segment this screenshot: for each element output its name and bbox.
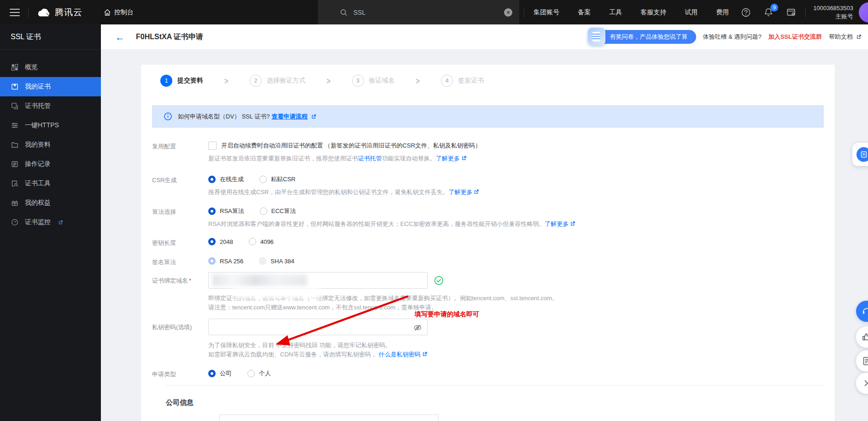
sidebar-item-cert-hosting[interactable]: 证书托管 xyxy=(0,96,101,116)
nav-support[interactable]: 客服支持 xyxy=(640,8,666,17)
step-number: 3 xyxy=(352,75,364,87)
field-label: 密钥长度 xyxy=(152,238,208,247)
radio-selected-icon[interactable] xyxy=(208,208,216,215)
sidebar-item-overview[interactable]: 概览 xyxy=(0,58,101,77)
helper-text: 功能实现自动替换。 xyxy=(382,155,436,162)
cert-hosting-link[interactable]: 证书托管 xyxy=(358,155,382,162)
divider xyxy=(805,7,806,18)
password-input[interactable] xyxy=(208,319,428,335)
search-clear-icon[interactable]: ✕ xyxy=(504,8,512,17)
collapse-panel-button[interactable] xyxy=(856,373,868,394)
validation-success-icon xyxy=(434,276,444,285)
divider xyxy=(28,7,29,18)
help-doc-link[interactable]: 帮助文档 xyxy=(829,33,862,41)
banner-view-process-link[interactable]: 查看申请流程 xyxy=(272,113,317,121)
sidebar-item-my-certificates[interactable]: 我的证书 xyxy=(0,77,101,96)
radio-icon[interactable] xyxy=(260,208,267,215)
learn-more-link[interactable]: 了解更多 xyxy=(545,220,569,227)
sidebar-item-my-benefits[interactable]: 我的权益 xyxy=(0,193,101,213)
radio-selected-icon[interactable] xyxy=(208,176,216,183)
option-label: 粘贴CSR xyxy=(271,175,295,184)
algo-rsa-option[interactable]: RSA算法 xyxy=(208,207,244,215)
company-field-input-field[interactable] xyxy=(220,415,438,421)
option-label: 在线生成 xyxy=(220,175,244,184)
console-link[interactable]: 控制台 xyxy=(104,8,134,17)
console-settings-icon[interactable] xyxy=(786,7,796,18)
join-group-link[interactable]: 加入SSL证书交流群 xyxy=(768,33,822,41)
helper-text: RSA对浏览器和客户端的兼容性更好，但对网站服务器的性能开销更大；ECC加密效率… xyxy=(208,220,545,227)
nav-group-account[interactable]: 集团账号 xyxy=(534,8,559,17)
sidebar-item-operation-log[interactable]: 操作记录 xyxy=(0,154,101,174)
company-field-input[interactable] xyxy=(219,415,439,421)
topbar: 腾讯云 控制台 SSL ✕ 集团账号 备案 工具 客服支持 试 xyxy=(0,0,868,24)
step-label: 签发证书 xyxy=(458,77,484,85)
overview-grid-icon xyxy=(11,64,18,71)
radio-icon[interactable] xyxy=(247,370,255,377)
csr-online-option[interactable]: 在线生成 xyxy=(208,175,244,184)
algorithm-row: 算法选择 RSA算法 ECC算法 RSA对浏览器和客户端的兼容性更好，但对网站服… xyxy=(152,207,824,229)
reuse-config-row: 复用配置 开启自动续费时自动沿用旧证书的配置 （新签发的证书沿用旧证书的CSR文… xyxy=(152,142,824,163)
topbar-nav: 集团账号 备案 工具 客服支持 试用 费用 xyxy=(534,8,729,17)
topbar-left: 腾讯云 控制台 xyxy=(0,0,134,24)
sidebar-item-my-profile[interactable]: 我的资料 xyxy=(0,135,101,154)
learn-more-link[interactable]: 了解更多 xyxy=(436,155,460,162)
helper-text: 推荐使用在线生成CSR，由平台生成和管理您的私钥和公钥证书文件，避免私钥文件丢失… xyxy=(208,189,448,196)
algo-helper: RSA对浏览器和客户端的兼容性更好，但对网站服务器的性能开销更大；ECC加密效率… xyxy=(208,219,824,229)
survey-button[interactable]: 有奖问卷，产品体验您说了算 xyxy=(590,30,696,44)
password-helper: 为了保障私钥安全，目前 不支持密码找回 功能，请您牢记私钥密码。 如需部署腾讯云… xyxy=(208,341,824,359)
radio-icon[interactable] xyxy=(259,176,267,183)
csr-paste-option[interactable]: 粘贴CSR xyxy=(259,175,295,184)
step-submit-info: 1 提交资料 xyxy=(160,75,203,87)
docs-float-button[interactable] xyxy=(856,350,868,372)
survey-float-button[interactable] xyxy=(852,143,868,166)
tencent-cloud-console: 腾讯云 控制台 SSL ✕ 集团账号 备案 工具 客服支持 试 xyxy=(0,0,868,421)
apply-type-company-option[interactable]: 公司 xyxy=(208,369,232,378)
external-link-icon xyxy=(461,155,467,161)
customer-service-button[interactable] xyxy=(856,301,868,322)
search-input[interactable]: SSL ✕ xyxy=(318,0,519,24)
step-label: 选择验证方式 xyxy=(267,77,305,85)
sign-sha384-option[interactable]: SHA 384 xyxy=(259,257,294,265)
private-key-password-row: 私钥密码(选填) 为了保障私钥安全，目前 不支持密码找回 功能，请您牢记私钥密码… xyxy=(152,319,824,359)
menu-icon[interactable] xyxy=(10,9,20,16)
option-label: 公司 xyxy=(220,369,232,378)
reuse-checkbox[interactable] xyxy=(208,142,217,150)
chevron-right-icon: > xyxy=(416,76,420,85)
domain-input[interactable] xyxy=(208,272,428,289)
external-link-icon xyxy=(311,114,317,119)
radio-icon[interactable] xyxy=(249,238,256,245)
what-is-private-key-password-link[interactable]: 什么是私钥密码 xyxy=(379,351,421,358)
sidebar-item-label: 概览 xyxy=(25,63,38,71)
workorder-icon[interactable] xyxy=(741,7,751,18)
apply-type-personal-option[interactable]: 个人 xyxy=(247,369,271,378)
option-label: RSA 256 xyxy=(220,258,243,265)
notification-bell-icon[interactable]: 9 xyxy=(763,7,774,18)
nav-tools[interactable]: 工具 xyxy=(609,8,622,17)
feedback-like-button[interactable] xyxy=(856,326,868,348)
learn-more-link[interactable]: 了解更多 xyxy=(448,189,472,196)
step-number: 4 xyxy=(441,75,453,87)
nav-icp[interactable]: 备案 xyxy=(578,8,591,17)
sidebar-item-one-click-https[interactable]: 一键HTTPS xyxy=(0,116,101,135)
brand-logo[interactable]: 腾讯云 xyxy=(37,6,82,18)
eye-hidden-icon[interactable] xyxy=(413,323,422,332)
step-number: 2 xyxy=(250,75,262,87)
sidebar-item-cert-tools[interactable]: 证书工具 xyxy=(0,174,101,193)
radio-selected-icon[interactable] xyxy=(208,370,216,377)
sidebar-item-label: 证书监控 xyxy=(25,218,51,226)
nav-billing[interactable]: 费用 xyxy=(716,8,729,17)
radio-selected-icon[interactable] xyxy=(208,238,216,245)
password-input-field[interactable] xyxy=(209,319,427,335)
nav-trial[interactable]: 试用 xyxy=(685,8,698,17)
avatar[interactable] xyxy=(859,2,868,23)
keylen-4096-option[interactable]: 4096 xyxy=(249,238,274,245)
sign-rsa256-option[interactable]: RSA 256 xyxy=(208,257,243,265)
radio-selected-disabled-icon xyxy=(208,257,216,265)
external-link-icon xyxy=(422,351,428,357)
field-label: 算法选择 xyxy=(152,207,208,229)
algo-ecc-option[interactable]: ECC算法 xyxy=(260,207,296,215)
sidebar-item-cert-monitor[interactable]: 证书监控 xyxy=(0,213,101,232)
account-info[interactable]: 100036853503 主账号 xyxy=(813,4,853,20)
keylen-2048-option[interactable]: 2048 xyxy=(208,238,233,245)
back-arrow-button[interactable]: ← xyxy=(115,32,125,42)
